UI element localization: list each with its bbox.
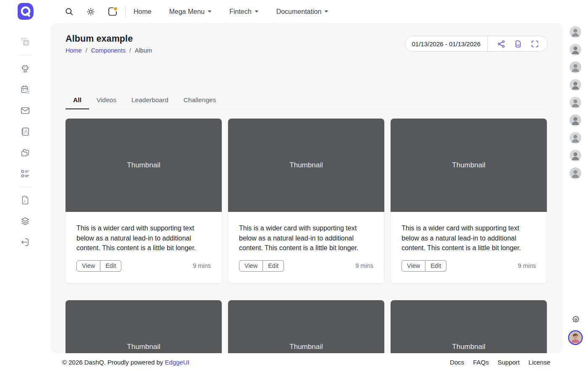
tab-bar: All Videos Leaderboard Challenges	[66, 93, 548, 109]
share-icon[interactable]	[496, 39, 506, 49]
avatar-rail	[570, 26, 581, 179]
nav-label: Documentation	[276, 8, 322, 16]
nav-item-mega-menu[interactable]: Mega Menu	[169, 8, 212, 16]
avatar[interactable]	[570, 97, 581, 108]
theme-toggle-icon[interactable]	[86, 7, 96, 17]
avatar[interactable]	[570, 61, 581, 73]
card-thumbnail: Thumbnail	[66, 119, 222, 212]
breadcrumb: Home / Components / Album	[66, 47, 152, 54]
date-range-picker[interactable]: 01/13/2026 - 01/13/2026	[412, 40, 487, 48]
footer-links: Docs FAQs Support License	[450, 359, 550, 366]
breadcrumb-separator: /	[86, 47, 87, 54]
copyright-text: © 2026 DashQ. Proudly powered by	[62, 359, 163, 366]
avatar[interactable]	[570, 79, 581, 91]
footer-link-docs[interactable]: Docs	[450, 359, 464, 366]
tab-challenges[interactable]: Challenges	[176, 93, 224, 109]
tab-leaderboard[interactable]: Leaderboard	[124, 93, 176, 109]
card-button-group: View Edit	[76, 260, 121, 272]
logout-icon[interactable]	[20, 237, 31, 248]
toolbar: 01/13/2026 - 01/13/2026 PDF	[405, 36, 548, 52]
address-book-icon[interactable]	[20, 126, 31, 137]
breadcrumb-components-link[interactable]: Components	[91, 47, 126, 54]
card-thumbnail: Thumbnail	[66, 300, 222, 353]
breadcrumb-home-link[interactable]: Home	[66, 47, 82, 54]
avatar[interactable]	[570, 26, 581, 38]
sidebar-divider	[19, 55, 32, 56]
edit-button[interactable]: Edit	[263, 260, 284, 272]
footer-link-support[interactable]: Support	[498, 359, 520, 366]
svg-text:PDF: PDF	[516, 44, 520, 46]
card-thumbnail: Thumbnail	[391, 300, 547, 353]
mail-icon[interactable]	[20, 105, 31, 116]
avatar[interactable]	[570, 114, 581, 126]
avatar[interactable]	[570, 44, 581, 56]
icon-sidebar	[0, 23, 50, 355]
avatar[interactable]	[570, 150, 581, 161]
chevron-down-icon	[255, 10, 259, 13]
view-button[interactable]: View	[76, 260, 100, 272]
card-thumbnail: Thumbnail	[228, 119, 384, 212]
footer: © 2026 DashQ. Proudly powered by EdggeUI…	[62, 356, 550, 368]
breadcrumb-current: Album	[135, 47, 152, 54]
view-button[interactable]: View	[239, 260, 263, 272]
card-grid: Thumbnail This is a wider card with supp…	[66, 119, 548, 353]
export-pdf-icon[interactable]: PDF	[513, 39, 523, 49]
thumbnail-label: Thumbnail	[289, 343, 323, 351]
search-icon[interactable]	[64, 7, 74, 17]
tab-videos[interactable]: Videos	[89, 93, 124, 109]
chevron-down-icon	[324, 10, 328, 13]
brand-logo[interactable]	[16, 2, 34, 21]
calendar-schedule-icon[interactable]	[20, 84, 31, 95]
card-button-group: View Edit	[239, 260, 284, 272]
album-card: Thumbnail This is a wider card with supp…	[228, 300, 384, 353]
notifications-icon[interactable]	[108, 7, 118, 17]
topbar-divider	[125, 6, 126, 17]
tab-all[interactable]: All	[66, 93, 89, 109]
nav-item-documentation[interactable]: Documentation	[276, 8, 329, 16]
thumbnail-label: Thumbnail	[127, 161, 160, 169]
nav-item-fintech[interactable]: Fintech	[229, 8, 258, 16]
card-thumbnail: Thumbnail	[391, 119, 547, 212]
nav-item-home[interactable]: Home	[134, 8, 152, 16]
file-approval-icon[interactable]	[20, 195, 31, 206]
album-card: Thumbnail This is a wider card with supp…	[391, 300, 547, 353]
view-button[interactable]: View	[402, 260, 425, 272]
current-user-avatar[interactable]	[569, 331, 582, 344]
edit-button[interactable]: Edit	[425, 260, 446, 272]
card-meta: 9 mins	[518, 262, 536, 269]
album-card: Thumbnail This is a wider card with supp…	[66, 300, 222, 353]
page-title: Album example	[66, 34, 152, 44]
card-meta: 9 mins	[355, 262, 373, 269]
album-card: Thumbnail This is a wider card with supp…	[228, 119, 384, 283]
footer-link-faqs[interactable]: FAQs	[473, 359, 489, 366]
edit-button[interactable]: Edit	[100, 260, 121, 272]
card-meta: 9 mins	[193, 262, 211, 269]
nav-label: Home	[134, 8, 152, 16]
breadcrumb-separator: /	[129, 47, 131, 54]
card-text: This is a wider card with supporting tex…	[76, 223, 211, 253]
card-thumbnail: Thumbnail	[228, 300, 384, 353]
robot-icon[interactable]	[20, 63, 31, 74]
notification-dot	[114, 7, 117, 10]
card-text: This is a wider card with supporting tex…	[402, 223, 536, 253]
thumbnail-label: Thumbnail	[452, 161, 485, 169]
thumbnail-label: Thumbnail	[452, 343, 485, 351]
avatar[interactable]	[570, 132, 581, 144]
folders-icon[interactable]	[20, 147, 31, 158]
avatar[interactable]	[570, 167, 581, 179]
footer-link-license[interactable]: License	[528, 359, 550, 366]
brand-logo-icon	[16, 2, 34, 21]
toolbar-divider	[487, 36, 488, 52]
layers-icon[interactable]	[20, 216, 31, 227]
settings-gear-icon[interactable]	[572, 315, 580, 324]
fullscreen-icon[interactable]	[530, 39, 540, 49]
list-details-icon[interactable]	[20, 168, 31, 179]
nav-label: Mega Menu	[169, 8, 205, 16]
footer-copyright: © 2026 DashQ. Proudly powered by EdggeUI	[62, 359, 189, 366]
topbar: Home Mega Menu Fintech Documentation	[0, 0, 588, 23]
page-header: Album example Home / Components / Album …	[66, 34, 548, 56]
nav-label: Fintech	[229, 8, 251, 16]
new-item-icon[interactable]	[20, 37, 31, 48]
card-text: This is a wider card with supporting tex…	[239, 223, 373, 253]
powered-by-link[interactable]: EdggeUI	[165, 359, 189, 366]
